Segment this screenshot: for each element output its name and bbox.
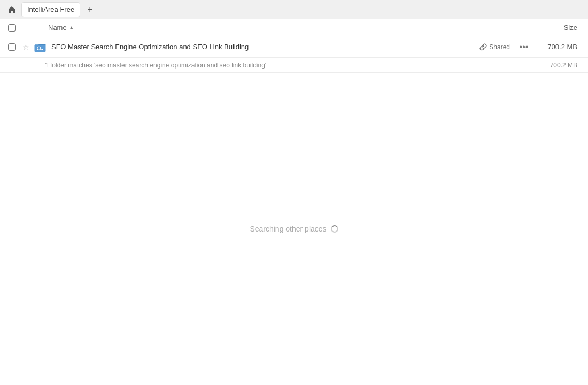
home-button[interactable]	[4, 2, 19, 17]
match-info-text: 1 folder matches 'seo master search engi…	[45, 61, 536, 69]
more-options-button[interactable]: •••	[516, 40, 531, 55]
name-column-header[interactable]: Name ▲	[48, 24, 530, 32]
size-column-header: Size	[530, 24, 584, 32]
folder-svg	[34, 41, 47, 53]
file-size: 700.2 MB	[536, 43, 584, 51]
current-tab[interactable]: IntelliArea Free	[21, 2, 80, 17]
add-tab-icon: +	[87, 5, 92, 14]
searching-text: Searching other places	[250, 225, 326, 233]
match-info-size: 700.2 MB	[536, 61, 584, 69]
file-row[interactable]: ☆ SEO Master Search Engine Optimization …	[0, 36, 588, 58]
add-tab-button[interactable]: +	[82, 2, 97, 17]
row-checkbox-input[interactable]	[8, 43, 16, 51]
home-icon	[7, 5, 16, 14]
searching-area: Searching other places	[0, 73, 588, 385]
more-icon: •••	[520, 42, 529, 52]
svg-rect-0	[35, 44, 46, 52]
row-checkbox[interactable]	[4, 43, 19, 51]
loading-spinner	[331, 225, 338, 233]
column-headers: Name ▲ Size	[0, 19, 588, 36]
sort-arrow-icon: ▲	[69, 25, 74, 30]
file-name: SEO Master Search Engine Optimization an…	[48, 43, 479, 51]
folder-icon	[32, 41, 48, 53]
link-icon	[479, 43, 487, 51]
shared-badge: Shared	[479, 43, 510, 51]
top-bar: IntelliArea Free +	[0, 0, 588, 19]
size-column-label: Size	[564, 24, 577, 32]
select-all-checkbox[interactable]	[4, 24, 19, 32]
tab-label: IntelliArea Free	[27, 5, 74, 13]
select-all-input[interactable]	[8, 24, 16, 32]
star-icon: ☆	[22, 43, 29, 51]
shared-label: Shared	[489, 43, 510, 51]
name-column-label: Name	[48, 24, 67, 32]
star-button[interactable]: ☆	[19, 43, 32, 51]
match-info-row: 1 folder matches 'seo master search engi…	[0, 58, 588, 73]
